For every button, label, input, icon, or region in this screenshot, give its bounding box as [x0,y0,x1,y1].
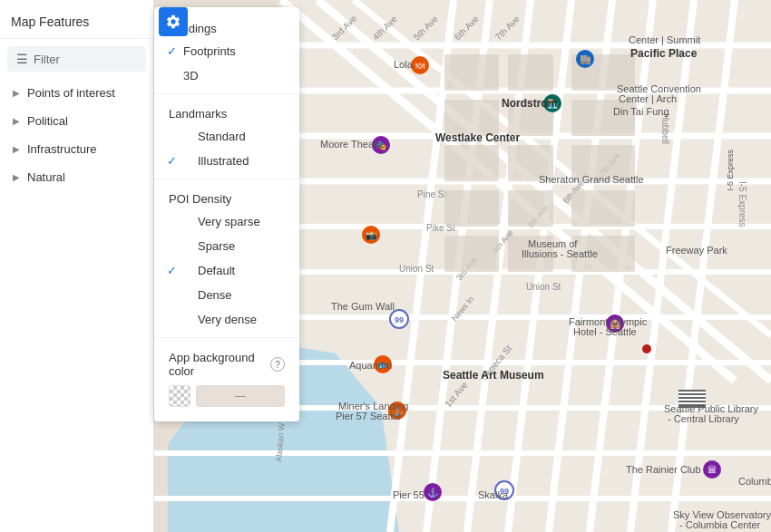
svg-text:Union St: Union St [526,282,561,292]
sidebar-item-label-poi: Points of interest [27,86,115,100]
item-label-very-sparse: Very sparse [198,215,260,228]
svg-rect-63 [571,236,635,272]
svg-rect-52 [444,100,499,136]
sidebar-item-natural[interactable]: ▶ Natural [0,163,153,191]
dropdown-item-sparse[interactable]: Sparse [154,234,299,258]
sidebar: Map Features ☰ Filter ▶ Points of intere… [0,0,154,532]
info-icon[interactable]: ? [270,357,285,372]
svg-rect-65 [678,392,706,393]
item-label-footprints: Footprints [183,44,236,58]
dropdown-item-3d[interactable]: 3D [154,63,299,88]
svg-rect-56 [508,145,553,181]
svg-text:99: 99 [395,315,404,324]
chevron-right-icon-4: ▶ [13,172,20,182]
bg-color-row: App background color ? [154,343,299,385]
color-swatch-container: — [154,385,299,414]
svg-rect-66 [678,395,706,397]
svg-text:Union St: Union St [399,264,434,274]
svg-rect-49 [444,54,499,91]
color-box[interactable]: — [196,385,285,407]
item-label-illustrated: Illustrated [198,154,249,168]
section-label-landmarks: Landmarks [154,100,299,124]
svg-text:99: 99 [500,487,509,496]
filter-icon: ☰ [16,52,28,66]
item-label-dense: Dense [198,288,232,302]
svg-rect-59 [508,190,553,227]
sidebar-item-label-political: Political [27,114,68,128]
divider-2 [154,179,299,179]
color-value: — [235,390,246,402]
svg-rect-54 [571,100,635,136]
dropdown-item-default[interactable]: Default [154,258,299,283]
svg-text:I-5 Express: I-5 Express [737,181,747,227]
checker-swatch[interactable] [169,385,190,407]
dropdown-item-dense[interactable]: Dense [154,283,299,307]
filter-bar[interactable]: ☰ Filter [7,46,146,72]
item-label-very-dense: Very dense [198,313,257,326]
svg-text:Hubbell: Hubbell [660,113,670,144]
svg-rect-51 [571,54,635,91]
svg-rect-60 [571,190,635,227]
dropdown-panel: Buildings Footprints 3D Landmarks Standa… [154,7,299,421]
chevron-right-icon-3: ▶ [13,144,20,154]
sidebar-item-poi[interactable]: ▶ Points of interest [0,79,153,107]
item-label-standard: Standard [198,130,246,143]
svg-rect-67 [678,399,706,401]
chevron-right-icon-2: ▶ [13,116,20,126]
svg-rect-55 [444,145,499,181]
sidebar-item-political[interactable]: ▶ Political [0,107,153,135]
svg-rect-53 [508,100,553,136]
filter-label: Filter [34,53,60,66]
svg-rect-61 [444,236,499,272]
svg-rect-57 [571,145,635,181]
sidebar-item-label-natural: Natural [27,170,65,184]
section-label-poi-density: POI Density [154,185,299,209]
chevron-right-icon: ▶ [13,88,20,98]
divider-1 [154,93,299,94]
item-label-3d: 3D [183,69,199,82]
svg-rect-68 [678,402,706,404]
svg-text:Pine St: Pine St [417,189,446,199]
dropdown-item-footprints[interactable]: Footprints [154,39,299,63]
sidebar-item-label-infrastructure: Infrastructure [27,142,97,156]
svg-rect-62 [508,236,553,272]
item-label-default: Default [198,264,235,277]
dropdown-item-very-sparse[interactable]: Very sparse [154,209,299,234]
divider-3 [154,337,299,338]
dropdown-item-illustrated[interactable]: Illustrated [154,149,299,173]
gear-button[interactable] [159,7,188,36]
dropdown-item-very-dense[interactable]: Very dense [154,307,299,332]
sidebar-title: Map Features [0,0,153,39]
item-label-sparse: Sparse [198,239,235,253]
bg-color-label: App background color [169,351,263,378]
svg-rect-50 [508,54,553,91]
sidebar-item-infrastructure[interactable]: ▶ Infrastructure [0,135,153,163]
dropdown-item-standard[interactable]: Standard [154,124,299,149]
svg-rect-58 [444,190,499,227]
